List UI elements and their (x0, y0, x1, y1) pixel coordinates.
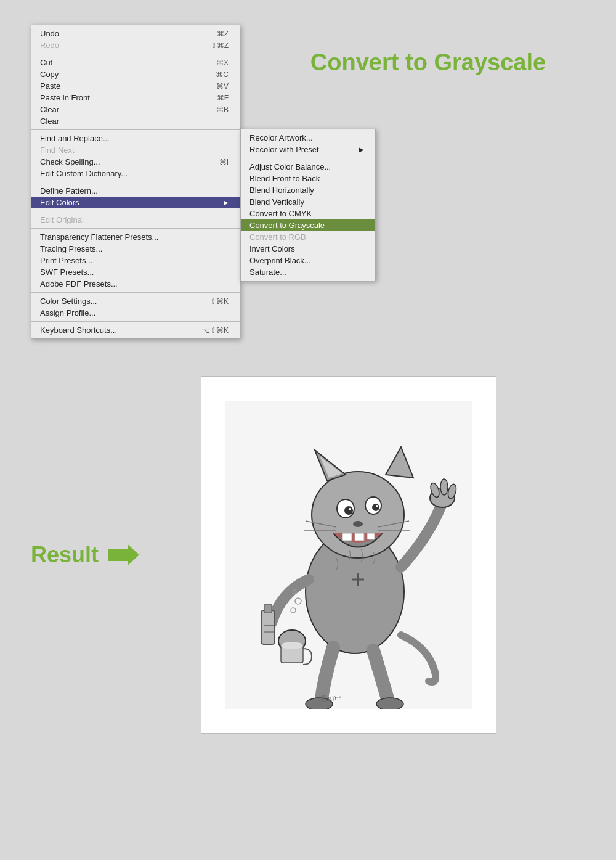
menu-divider-6 (31, 292, 240, 293)
submenu-arrow-icon-2: ▶ (359, 146, 364, 153)
svg-point-25 (281, 642, 303, 649)
menu-item-label: Clear (40, 105, 59, 114)
submenu-item-convert-rgb[interactable]: Convert to RGB (241, 231, 375, 243)
submenu-item-blend-horizontally[interactable]: Blend Horizontally (241, 184, 375, 196)
bottom-section: Result (12, 364, 604, 746)
menu-item-label: Keyboard Shortcuts... (40, 326, 117, 335)
menu-item-label: Find and Replace... (40, 134, 110, 143)
menu-item-label: Tracing Presets... (40, 244, 102, 253)
svg-point-13 (353, 521, 363, 527)
submenu-item-label: Convert to CMYK (249, 209, 312, 218)
menu-divider-7 (31, 321, 240, 322)
menu-item-label: Print Presets... (40, 256, 92, 265)
menu-item-shortcut: ⌘V (216, 82, 229, 91)
menu-item-define-pattern[interactable]: Define Pattern... (31, 185, 240, 197)
menu-item-paste-in-back[interactable]: Clear ⌘B (31, 104, 240, 115)
menu-item-edit-original[interactable]: Edit Original (31, 214, 240, 226)
menu-item-label: Paste (40, 81, 60, 91)
menu-item-label: Undo (40, 29, 59, 38)
menu-item-shortcut: ⌘C (216, 70, 229, 79)
menu-item-cut[interactable]: Cut ⌘X (31, 57, 240, 68)
menu-item-adobe-pdf-presets[interactable]: Adobe PDF Presets... (31, 278, 240, 290)
menu-item-redo[interactable]: Redo ⇧⌘Z (31, 39, 240, 51)
menu-item-assign-profile[interactable]: Assign Profile... (31, 307, 240, 319)
svg-point-34 (376, 698, 403, 709)
menu-item-edit-colors[interactable]: Edit Colors ▶ (31, 197, 240, 208)
cartoon-illustration: Zam~ (225, 401, 472, 709)
menu-item-label: Check Spelling... (40, 157, 100, 166)
menu-item-shortcut: ⌥⇧⌘K (201, 326, 229, 335)
svg-text:Zam~: Zam~ (320, 692, 342, 703)
submenu-item-invert-colors[interactable]: Invert Colors (241, 243, 375, 255)
menu-item-shortcut: ⌘X (216, 59, 229, 67)
submenu-item-label: Recolor Artwork... (249, 133, 313, 142)
menu-item-transparency-presets[interactable]: Transparency Flattener Presets... (31, 231, 240, 243)
svg-point-9 (344, 506, 353, 515)
menu-item-copy[interactable]: Copy ⌘C (31, 68, 240, 80)
menu-item-print-presets[interactable]: Print Presets... (31, 255, 240, 266)
submenu-item-recolor-preset[interactable]: Recolor with Preset ▶ (241, 144, 375, 155)
menu-item-label: Edit Custom Dictionary... (40, 169, 128, 178)
edit-colors-submenu: Recolor Artwork... Recolor with Preset ▶… (240, 129, 376, 281)
page-title: Convert to Grayscale (310, 49, 546, 76)
submenu-item-saturate[interactable]: Saturate... (241, 266, 375, 278)
submenu-item-blend-front-back[interactable]: Blend Front to Back (241, 173, 375, 184)
submenu-item-convert-grayscale[interactable]: Convert to Grayscale (241, 219, 375, 231)
menu-item-label: SWF Presets... (40, 268, 94, 277)
menu-item-check-spelling[interactable]: Check Spelling... ⌘I (31, 156, 240, 168)
svg-point-11 (349, 508, 351, 510)
menu-item-shortcut: ⌘I (219, 158, 229, 166)
menu-item-tracing-presets[interactable]: Tracing Presets... (31, 243, 240, 255)
menu-item-find-next[interactable]: Find Next (31, 144, 240, 156)
menu-item-label: Edit Original (40, 215, 84, 224)
menu-item-clear[interactable]: Clear (31, 115, 240, 127)
menu-item-label: Adobe PDF Presets... (40, 279, 118, 289)
submenu-divider-1 (241, 158, 375, 158)
svg-rect-20 (264, 604, 272, 613)
submenu-item-label: Saturate... (249, 268, 286, 277)
submenu-item-label: Recolor with Preset (249, 145, 319, 154)
page-wrapper: Undo ⌘Z Redo ⇧⌘Z Cut ⌘X Copy ⌘C Paste ⌘V… (0, 0, 616, 860)
svg-rect-19 (261, 610, 275, 644)
result-label: Result (31, 542, 99, 568)
svg-marker-0 (108, 544, 139, 565)
submenu-item-adjust-color[interactable]: Adjust Color Balance... (241, 161, 375, 173)
submenu-item-label: Convert to Grayscale (249, 221, 325, 230)
submenu-item-label: Blend Horizontally (249, 186, 314, 195)
result-image-frame: Zam~ (201, 376, 496, 734)
menu-item-edit-custom-dict[interactable]: Edit Custom Dictionary... (31, 168, 240, 179)
menu-item-shortcut: ⌘Z (217, 30, 229, 38)
edit-menu: Undo ⌘Z Redo ⇧⌘Z Cut ⌘X Copy ⌘C Paste ⌘V… (31, 25, 240, 339)
svg-rect-15 (355, 533, 364, 541)
submenu-item-blend-vertically[interactable]: Blend Vertically (241, 196, 375, 208)
menu-item-paste-in-front[interactable]: Paste in Front ⌘F (31, 92, 240, 104)
svg-rect-16 (367, 533, 375, 539)
menu-item-label: Assign Profile... (40, 308, 95, 317)
menu-divider-5 (31, 228, 240, 229)
submenu-item-label: Blend Vertically (249, 197, 304, 207)
submenu-item-label: Convert to RGB (249, 232, 306, 242)
menu-item-shortcut: ⇧⌘K (210, 297, 229, 306)
submenu-item-convert-cmyk[interactable]: Convert to CMYK (241, 208, 375, 219)
submenu-arrow-icon: ▶ (224, 199, 229, 206)
menu-item-label: Define Pattern... (40, 186, 98, 195)
menu-item-find-replace[interactable]: Find and Replace... (31, 133, 240, 144)
menu-item-label: Find Next (40, 145, 75, 155)
menu-item-shortcut: ⇧⌘Z (211, 41, 229, 50)
svg-point-10 (372, 504, 379, 511)
menu-divider (31, 54, 240, 54)
menu-item-label: Edit Colors (40, 198, 79, 207)
menu-item-color-settings[interactable]: Color Settings... ⇧⌘K (31, 295, 240, 307)
submenu-item-overprint-black[interactable]: Overprint Black... (241, 255, 375, 266)
menu-divider-3 (31, 182, 240, 182)
submenu-item-recolor-artwork[interactable]: Recolor Artwork... (241, 132, 375, 144)
menu-divider-4 (31, 211, 240, 211)
menu-item-paste[interactable]: Paste ⌘V (31, 80, 240, 92)
top-section: Undo ⌘Z Redo ⇧⌘Z Cut ⌘X Copy ⌘C Paste ⌘V… (12, 12, 604, 339)
menu-item-shortcut: ⌘B (216, 105, 229, 114)
menu-item-swf-presets[interactable]: SWF Presets... (31, 266, 240, 278)
menu-item-undo[interactable]: Undo ⌘Z (31, 28, 240, 39)
submenu-item-label: Adjust Color Balance... (249, 162, 331, 171)
menu-item-keyboard-shortcuts[interactable]: Keyboard Shortcuts... ⌥⇧⌘K (31, 324, 240, 336)
menu-item-label: Cut (40, 58, 52, 67)
